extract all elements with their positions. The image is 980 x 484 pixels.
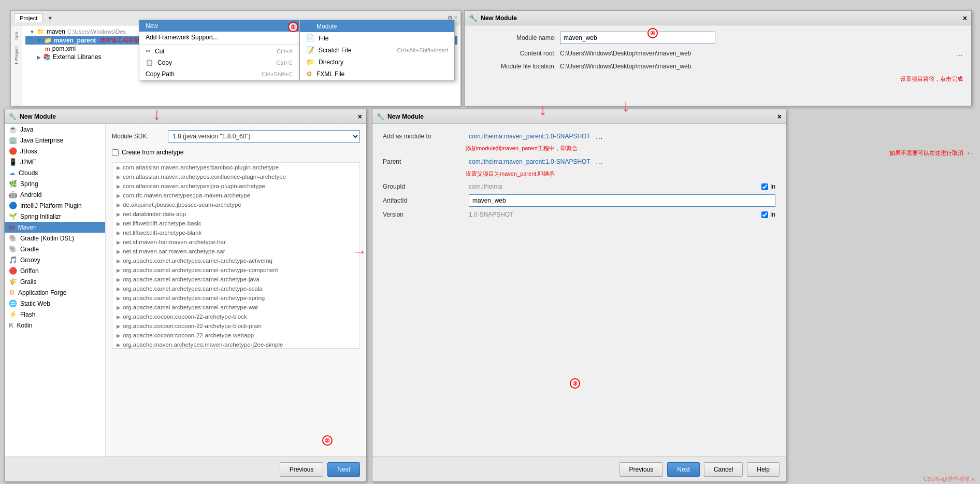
arch-arrow: ▶ (117, 323, 121, 329)
previous-btn-left[interactable]: Previous (280, 462, 324, 477)
sidebar-gradle-kotlin[interactable]: 🐘 Gradle (Kotlin DSL) (5, 233, 105, 244)
dropdown-arrow[interactable]: ▼ (47, 15, 53, 21)
sidebar-staticweb[interactable]: 🌐 Static Web (5, 298, 105, 309)
archetype-checkbox[interactable] (112, 149, 119, 156)
submenu-new: ▦ Module 📄 File 📝 Scratch File Ctrl+Alt+… (299, 20, 455, 80)
module-name-row: Module name: (473, 32, 963, 44)
sidebar-griffon[interactable]: 🔴 Griffon (5, 265, 105, 276)
sidebar-clouds[interactable]: ☁ Clouds (5, 167, 105, 178)
browse-btn[interactable]: … (956, 49, 963, 58)
intellij-icon: 🔵 (9, 202, 17, 209)
archetype-item[interactable]: ▶ org.apache.camel.archetypes:camel-arch… (112, 265, 359, 275)
sdk-select[interactable]: 1.8 (java version "1.8.0_60") (168, 130, 360, 143)
archetype-item[interactable]: ▶ org.apache.cocoon:cocoon-22-archetype-… (112, 331, 359, 340)
arch-arrow: ▶ (117, 202, 121, 208)
archetype-item[interactable]: ▶ de.akquinet.jbosscc:jbosscc-seam-arche… (112, 200, 359, 209)
parent-row: Parent com.itheima:maven_parent:1.0-SNAP… (383, 158, 775, 166)
jboss-label: JBoss (20, 148, 37, 155)
ctx-copy-path[interactable]: Copy Path Ctrl+Shift+C (139, 68, 299, 80)
archetype-item[interactable]: ▶ org.apache.camel.archetypes:camel-arch… (112, 256, 359, 265)
archetype-list: ▶ com.atlassian.maven.archetypes:bamboo-… (112, 162, 360, 349)
sidebar-appforge[interactable]: ⚙ Application Forge (5, 287, 105, 298)
module-name-label: Module name: (473, 34, 556, 41)
sidebar-grails[interactable]: 🌾 Grails (5, 276, 105, 287)
archetype-item[interactable]: ▶ org.apache.camel.archetypes:camel-arch… (112, 303, 359, 312)
archetype-item[interactable]: ▶ com.rfc.maven.archetypes:jpa-maven-arc… (112, 191, 359, 200)
close-btn-top[interactable]: × (963, 14, 967, 22)
content-root-label: Content root: (473, 50, 556, 57)
newmodule-right-icon: 🔧 (377, 113, 384, 120)
annotation-parent: 设置父项目为maven_parent,即继承 (466, 170, 555, 177)
archetype-item[interactable]: ▶ com.atlassian.maven.archetypes:conflue… (112, 172, 359, 181)
add-as-clear-btn[interactable]: ⋯ (608, 133, 614, 140)
arch-arrow: ▶ (117, 211, 121, 217)
archetype-item[interactable]: ▶ org.apache.camel.archetypes:camel-arch… (112, 275, 359, 284)
arch-arrow: ▶ (117, 221, 121, 226)
module-icon: ▦ (306, 22, 312, 30)
sidebar-intellij[interactable]: 🔵 IntelliJ Platform Plugin (5, 200, 105, 211)
newmodule-right-footer: Previous Next Cancel Help (372, 457, 786, 481)
sidebar-groovy[interactable]: 🎵 Groovy (5, 254, 105, 265)
archetype-item[interactable]: ▶ org.apache.camel.archetypes:camel-arch… (112, 284, 359, 293)
context-menu: New ▶ Add Framework Support... ✂ Cut Ctr… (139, 20, 299, 80)
inherit-groupid-cb[interactable] (761, 183, 768, 190)
close-right[interactable]: × (777, 112, 782, 121)
griffon-icon: 🔴 (9, 267, 17, 275)
close-left[interactable]: × (358, 112, 362, 121)
sidebar-kotlin[interactable]: K Kotlin (5, 320, 105, 331)
help-btn-right[interactable]: Help (747, 462, 780, 477)
inherit-version-cb[interactable] (761, 211, 768, 218)
sidebar-spring-init[interactable]: 🌱 Spring Initializr (5, 211, 105, 222)
tree-expand: ▼ (30, 29, 35, 35)
archetype-item[interactable]: ▶ net.liftweb:lift-archetype-basic (112, 219, 359, 228)
archetype-item[interactable]: ▶ org.apache.camel.archetypes:camel-arch… (112, 293, 359, 303)
ctx-new[interactable]: New ▶ (139, 20, 299, 32)
archetype-item[interactable]: ▶ net.databinder:data-app (112, 209, 359, 219)
sidebar-gradle[interactable]: 🐘 Gradle (5, 244, 105, 254)
previous-btn-right[interactable]: Previous (619, 462, 664, 477)
project-tab[interactable]: Project (14, 13, 43, 22)
archetype-item[interactable]: ▶ com.atlassian.maven.archetypes:jira-pl… (112, 181, 359, 191)
annotation-parent-row: 设置父项目为maven_parent,即继承 (466, 170, 775, 178)
archetype-item[interactable]: ▶ org.apache.cocoon:cocoon-22-archetype-… (112, 321, 359, 331)
submenu-module[interactable]: ▦ Module (300, 20, 454, 32)
archetype-item[interactable]: ▶ org.apache.cocoon:cocoon-22-archetype-… (112, 312, 359, 321)
next-btn-right[interactable]: Next (667, 462, 700, 477)
submenu-file[interactable]: 📄 File (300, 32, 454, 44)
sidebar-flash[interactable]: ⚡ Flash (5, 309, 105, 320)
ctx-add-framework[interactable]: Add Framework Support... (139, 32, 299, 43)
add-as-row: Add as module to com.itheima:maven_paren… (383, 132, 775, 140)
submenu-scratch[interactable]: 📝 Scratch File Ctrl+Alt+Shift+Insert (300, 44, 454, 56)
libraries-icon: 📚 (43, 53, 51, 61)
sidebar-android[interactable]: 🤖 Android (5, 189, 105, 200)
newmodule-left-footer: Previous Next (5, 457, 366, 481)
archetype-item[interactable]: ▶ net.liftweb:lift-archetype-blank (112, 228, 359, 237)
archetype-item[interactable]: ▶ org.apache.maven.archetypes:maven-arch… (112, 340, 359, 349)
sidebar-java[interactable]: ☕ Java (5, 124, 105, 135)
module-name-input[interactable] (560, 32, 715, 44)
spring-init-icon: 🌱 (9, 212, 17, 220)
ctx-copy[interactable]: 📋 Copy Ctrl+C (139, 57, 299, 68)
directory-icon: 📁 (306, 58, 314, 66)
sidebar-maven[interactable]: m Maven (5, 222, 105, 233)
sidebar-jee[interactable]: 🏢 Java Enterprise (5, 135, 105, 146)
archetype-item[interactable]: ▶ net.sf.maven-sar:maven-archetype-sar (112, 247, 359, 256)
newmodule-top-titlebar: 🔧 New Module × (465, 11, 971, 25)
sidebar-jboss[interactable]: 🔴 JBoss (5, 146, 105, 156)
sidebar-j2me[interactable]: 📱 J2ME (5, 156, 105, 167)
arch-arrow: ▶ (117, 165, 121, 170)
archetype-item[interactable]: ▶ net.sf.maven-har:maven-archetype-har (112, 237, 359, 247)
submenu-directory[interactable]: 📁 Directory (300, 56, 454, 68)
archetype-item[interactable]: ▶ com.atlassian.maven.archetypes:bamboo-… (112, 163, 359, 172)
submenu-fxml[interactable]: ⚙ FXML File (300, 68, 454, 80)
parent-edit-btn[interactable]: … (596, 158, 603, 166)
sdk-label: Module SDK: (112, 133, 164, 140)
groupid-label: GroupId (383, 183, 466, 190)
sidebar-spring[interactable]: 🌿 Spring (5, 178, 105, 189)
inherit-groupid: In (761, 183, 775, 190)
cancel-btn-right[interactable]: Cancel (704, 462, 743, 477)
add-as-edit-btn[interactable]: … (596, 132, 603, 140)
next-btn-left[interactable]: Next (327, 462, 360, 477)
ctx-cut[interactable]: ✂ Cut Ctrl+X (139, 46, 299, 57)
artifactid-input[interactable] (469, 194, 775, 207)
